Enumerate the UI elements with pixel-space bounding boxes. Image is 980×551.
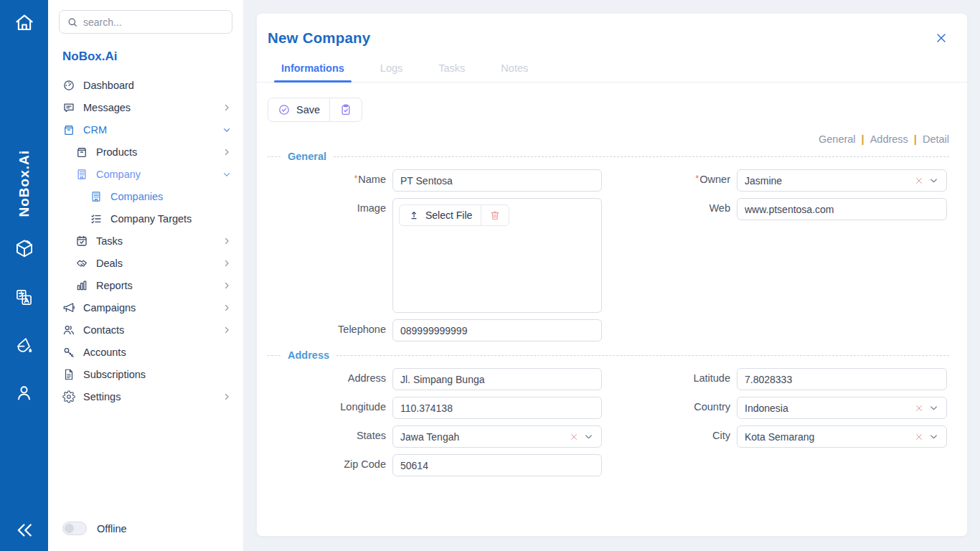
- sidebar-item-label: Reports: [96, 280, 133, 291]
- states-select[interactable]: Jawa Tengah: [392, 425, 602, 448]
- states-value: Jawa Tengah: [400, 431, 565, 443]
- select-file-label: Select File: [425, 209, 472, 221]
- tab-notes[interactable]: Notes: [494, 57, 535, 82]
- web-input[interactable]: [745, 204, 939, 215]
- sidebar-item-dashboard[interactable]: Dashboard: [48, 74, 243, 96]
- country-select[interactable]: Indonesia: [737, 397, 947, 419]
- sidebar-item-deals[interactable]: Deals: [48, 252, 243, 274]
- city-label: City: [602, 425, 737, 441]
- clear-icon[interactable]: [569, 432, 579, 442]
- home-icon[interactable]: [14, 11, 35, 33]
- theme-drop-icon[interactable]: [15, 336, 34, 354]
- caret-down-icon[interactable]: [928, 402, 939, 413]
- address-input[interactable]: [400, 374, 594, 385]
- telephone-input[interactable]: [400, 325, 594, 336]
- crm-bag-icon: [62, 123, 75, 136]
- sidebar-item-crm[interactable]: CRM: [48, 118, 243, 141]
- sidebar-item-label: Accounts: [83, 347, 126, 358]
- section-general-title: General: [288, 151, 326, 162]
- longitude-input[interactable]: [400, 402, 594, 414]
- sidebar-item-label: Company: [96, 169, 141, 180]
- sidebar-search[interactable]: [59, 10, 232, 34]
- sidebar-item-label: Contacts: [83, 324, 124, 336]
- anchor-general[interactable]: General: [819, 133, 856, 145]
- name-label: *Name: [268, 169, 392, 185]
- sidebar-item-company[interactable]: Company: [48, 163, 243, 185]
- save-and-checklist-button[interactable]: [330, 98, 362, 121]
- tab-informations[interactable]: Informations: [274, 57, 352, 82]
- chevron-right-icon: [222, 281, 232, 291]
- web-label: Web: [602, 198, 737, 214]
- sidebar-item-reports[interactable]: Reports: [48, 274, 243, 296]
- bar-chart-icon: [75, 279, 88, 292]
- zip-code-input[interactable]: [400, 460, 594, 471]
- zip-code-label: Zip Code: [268, 454, 392, 470]
- anchor-address[interactable]: Address: [870, 133, 908, 145]
- caret-down-icon[interactable]: [583, 431, 594, 442]
- select-file-button[interactable]: Select File: [400, 205, 481, 225]
- sidebar-item-settings[interactable]: Settings: [48, 385, 243, 408]
- image-label: Image: [268, 198, 392, 214]
- name-input[interactable]: [400, 175, 594, 187]
- document-icon: [62, 368, 75, 381]
- remove-image-button[interactable]: [481, 205, 509, 225]
- sidebar-item-messages[interactable]: Messages: [48, 96, 243, 118]
- products-bag-icon: [75, 146, 88, 159]
- sidebar-item-label: Dashboard: [83, 80, 134, 91]
- image-dropzone[interactable]: Select File: [392, 198, 602, 313]
- chevron-down-icon: [222, 169, 232, 179]
- close-icon[interactable]: [934, 31, 948, 45]
- clear-icon[interactable]: [914, 403, 924, 413]
- caret-down-icon[interactable]: [928, 431, 939, 442]
- city-select[interactable]: Kota Semarang: [737, 425, 947, 448]
- sidebar-item-contacts[interactable]: Contacts: [48, 319, 243, 341]
- states-label: States: [268, 425, 392, 441]
- users-icon: [62, 324, 75, 336]
- company-form: *Name *Owner Jasmine Image Select File: [257, 169, 967, 342]
- search-input[interactable]: [83, 17, 225, 28]
- sidebar-item-products[interactable]: Products: [48, 141, 243, 163]
- offline-toggle[interactable]: [62, 522, 87, 535]
- section-anchors: General | Address | Detail: [257, 129, 967, 149]
- sidebar-item-campaigns[interactable]: Campaigns: [48, 296, 243, 319]
- required-asterisk: *: [354, 174, 358, 184]
- anchor-detail[interactable]: Detail: [923, 133, 949, 145]
- tab-tasks[interactable]: Tasks: [431, 57, 472, 82]
- sidebar-item-companies[interactable]: Companies: [48, 185, 243, 207]
- clear-icon[interactable]: [914, 432, 924, 442]
- sidebar-item-accounts[interactable]: Accounts: [48, 341, 243, 363]
- sidebar-item-label: Subscriptions: [83, 369, 146, 380]
- tab-logs[interactable]: Logs: [373, 57, 410, 82]
- box-logo-icon[interactable]: [14, 237, 35, 259]
- address-label: Address: [268, 368, 392, 384]
- sidebar-item-tasks[interactable]: Tasks: [48, 230, 243, 252]
- dashboard-icon: [62, 79, 75, 92]
- longitude-label: Longitude: [268, 397, 392, 413]
- caret-down-icon[interactable]: [928, 175, 939, 186]
- collapse-sidebar-icon[interactable]: [14, 519, 35, 541]
- latitude-input[interactable]: [745, 374, 939, 385]
- clear-icon[interactable]: [914, 176, 924, 186]
- sidebar-item-label: Tasks: [96, 235, 123, 247]
- address-form: Address Latitude Longitude Country Indon…: [257, 368, 967, 476]
- section-address-header: Address: [257, 348, 967, 368]
- owner-select[interactable]: Jasmine: [737, 169, 947, 192]
- chevron-right-icon: [222, 325, 232, 335]
- owner-label: *Owner: [602, 169, 737, 185]
- gear-icon: [62, 390, 75, 403]
- sidebar-item-label: Deals: [96, 258, 123, 269]
- key-icon: [62, 346, 75, 359]
- upload-icon: [408, 209, 420, 221]
- building-icon: [90, 190, 103, 203]
- sidebar-item-subscriptions[interactable]: Subscriptions: [48, 363, 243, 385]
- profile-icon[interactable]: [14, 383, 34, 402]
- circle-check-icon: [278, 103, 291, 116]
- new-company-panel: New Company Informations Logs Tasks Note…: [256, 13, 968, 537]
- anchor-separator: |: [862, 133, 864, 145]
- trash-icon: [489, 209, 501, 221]
- translate-icon[interactable]: [14, 288, 34, 307]
- save-button[interactable]: Save: [268, 98, 329, 121]
- toolbar: Save: [257, 83, 967, 129]
- sidebar-item-company-targets[interactable]: Company Targets: [48, 207, 243, 230]
- anchor-separator: |: [914, 133, 917, 145]
